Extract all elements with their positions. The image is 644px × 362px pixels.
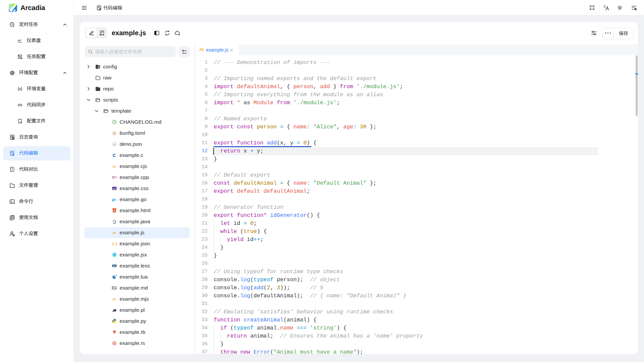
- svg-text:{..}: {..}: [112, 242, 117, 246]
- svg-text:JS: JS: [112, 231, 116, 235]
- svg-text:JS: JS: [112, 297, 116, 301]
- svg-text:C: C: [112, 153, 116, 158]
- svg-text:5: 5: [113, 209, 115, 212]
- svg-text:JS: JS: [112, 165, 116, 168]
- svg-text:R: R: [113, 342, 115, 345]
- svg-text:go: go: [112, 198, 116, 201]
- svg-text:css: css: [112, 188, 116, 190]
- svg-text:++: ++: [115, 176, 117, 178]
- svg-text:less: less: [112, 265, 116, 267]
